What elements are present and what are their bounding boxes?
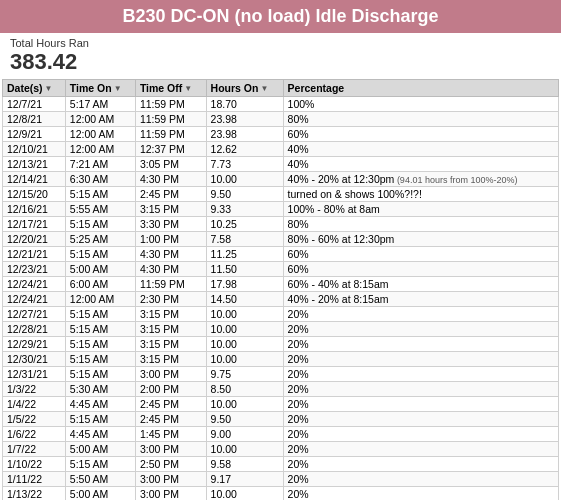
cell-time-off: 3:05 PM xyxy=(135,157,206,172)
hours-on-dropdown-icon[interactable]: ▼ xyxy=(260,84,268,93)
time-on-dropdown-icon[interactable]: ▼ xyxy=(114,84,122,93)
table-row: 12/14/216:30 AM4:30 PM10.0040% - 20% at … xyxy=(3,172,559,187)
cell-time-on: 7:21 AM xyxy=(65,157,135,172)
header-title: B230 DC-ON (no load) Idle Discharge xyxy=(122,6,438,26)
cell-time-off: 2:30 PM xyxy=(135,292,206,307)
cell-date: 12/20/21 xyxy=(3,232,66,247)
table-row: 12/13/217:21 AM3:05 PM7.7340% xyxy=(3,157,559,172)
table-row: 1/13/225:00 AM3:00 PM10.0020% xyxy=(3,487,559,501)
cell-hours-on: 10.00 xyxy=(206,487,283,501)
cell-time-off: 3:00 PM xyxy=(135,442,206,457)
cell-time-on: 5:15 AM xyxy=(65,217,135,232)
cell-hours-on: 10.00 xyxy=(206,397,283,412)
cell-percentage: 40% xyxy=(283,142,558,157)
date-dropdown-icon[interactable]: ▼ xyxy=(45,84,53,93)
cell-hours-on: 10.00 xyxy=(206,337,283,352)
cell-date: 1/4/22 xyxy=(3,397,66,412)
cell-date: 12/24/21 xyxy=(3,292,66,307)
cell-date: 1/11/22 xyxy=(3,472,66,487)
col-time-on[interactable]: Time On ▼ xyxy=(65,80,135,97)
cell-date: 1/7/22 xyxy=(3,442,66,457)
cell-hours-on: 12.62 xyxy=(206,142,283,157)
cell-percentage: 60% - 40% at 8:15am xyxy=(283,277,558,292)
cell-percentage: 100% xyxy=(283,97,558,112)
cell-percentage: 20% xyxy=(283,397,558,412)
cell-time-on: 4:45 AM xyxy=(65,397,135,412)
cell-hours-on: 10.25 xyxy=(206,217,283,232)
cell-percentage: 100% - 80% at 8am xyxy=(283,202,558,217)
cell-percentage: 40% - 20% at 8:15am xyxy=(283,292,558,307)
table-row: 1/10/225:15 AM2:50 PM9.5820% xyxy=(3,457,559,472)
cell-time-on: 6:00 AM xyxy=(65,277,135,292)
table-row: 1/3/225:30 AM2:00 PM8.5020% xyxy=(3,382,559,397)
cell-percentage: 40% - 20% at 12:30pm (94.01 hours from 1… xyxy=(283,172,558,187)
cell-date: 1/13/22 xyxy=(3,487,66,501)
cell-date: 12/17/21 xyxy=(3,217,66,232)
cell-time-off: 3:30 PM xyxy=(135,217,206,232)
cell-hours-on: 9.58 xyxy=(206,457,283,472)
cell-hours-on: 18.70 xyxy=(206,97,283,112)
table-row: 12/7/215:17 AM11:59 PM18.70100% xyxy=(3,97,559,112)
cell-date: 12/24/21 xyxy=(3,277,66,292)
table-row: 1/4/224:45 AM2:45 PM10.0020% xyxy=(3,397,559,412)
table-row: 12/30/215:15 AM3:15 PM10.0020% xyxy=(3,352,559,367)
col-hours-on[interactable]: Hours On ▼ xyxy=(206,80,283,97)
cell-time-off: 11:59 PM xyxy=(135,112,206,127)
cell-hours-on: 9.50 xyxy=(206,187,283,202)
cell-percentage: turned on & shows 100%?!?! xyxy=(283,187,558,202)
cell-date: 12/23/21 xyxy=(3,262,66,277)
total-section: Total Hours Ran 383.42 xyxy=(0,33,561,79)
cell-percentage: 20% xyxy=(283,337,558,352)
cell-time-on: 5:00 AM xyxy=(65,442,135,457)
cell-date: 12/30/21 xyxy=(3,352,66,367)
table-container: Date(s) ▼ Time On ▼ Time Off ▼ xyxy=(0,79,561,500)
cell-hours-on: 23.98 xyxy=(206,112,283,127)
cell-time-off: 11:59 PM xyxy=(135,97,206,112)
cell-time-on: 6:30 AM xyxy=(65,172,135,187)
cell-time-off: 11:59 PM xyxy=(135,127,206,142)
cell-time-off: 3:15 PM xyxy=(135,307,206,322)
time-off-dropdown-icon[interactable]: ▼ xyxy=(184,84,192,93)
cell-time-off: 3:15 PM xyxy=(135,322,206,337)
cell-percentage: 80% xyxy=(283,112,558,127)
cell-date: 12/13/21 xyxy=(3,157,66,172)
cell-date: 1/5/22 xyxy=(3,412,66,427)
total-value: 383.42 xyxy=(10,49,551,75)
cell-percentage: 60% xyxy=(283,262,558,277)
cell-time-off: 3:00 PM xyxy=(135,367,206,382)
cell-date: 1/3/22 xyxy=(3,382,66,397)
col-date[interactable]: Date(s) ▼ xyxy=(3,80,66,97)
table-row: 1/6/224:45 AM1:45 PM9.0020% xyxy=(3,427,559,442)
cell-time-off: 3:15 PM xyxy=(135,352,206,367)
cell-time-on: 5:00 AM xyxy=(65,487,135,501)
cell-time-off: 12:37 PM xyxy=(135,142,206,157)
table-row: 12/24/216:00 AM11:59 PM17.9860% - 40% at… xyxy=(3,277,559,292)
cell-time-on: 12:00 AM xyxy=(65,112,135,127)
cell-percentage: 20% xyxy=(283,367,558,382)
cell-time-off: 3:00 PM xyxy=(135,472,206,487)
cell-time-on: 5:17 AM xyxy=(65,97,135,112)
cell-time-off: 4:30 PM xyxy=(135,247,206,262)
cell-hours-on: 7.73 xyxy=(206,157,283,172)
cell-time-off: 3:15 PM xyxy=(135,337,206,352)
cell-percentage: 80% - 60% at 12:30pm xyxy=(283,232,558,247)
col-percentage[interactable]: Percentage xyxy=(283,80,558,97)
cell-time-off: 11:59 PM xyxy=(135,277,206,292)
cell-time-on: 5:15 AM xyxy=(65,412,135,427)
table-row: 12/17/215:15 AM3:30 PM10.2580% xyxy=(3,217,559,232)
cell-time-on: 5:15 AM xyxy=(65,457,135,472)
table-row: 12/27/215:15 AM3:15 PM10.0020% xyxy=(3,307,559,322)
cell-time-on: 5:15 AM xyxy=(65,322,135,337)
cell-percentage: 80% xyxy=(283,217,558,232)
cell-time-off: 2:00 PM xyxy=(135,382,206,397)
cell-hours-on: 11.25 xyxy=(206,247,283,262)
cell-date: 12/9/21 xyxy=(3,127,66,142)
cell-time-on: 5:15 AM xyxy=(65,337,135,352)
cell-hours-on: 10.00 xyxy=(206,307,283,322)
col-time-off[interactable]: Time Off ▼ xyxy=(135,80,206,97)
cell-time-off: 2:45 PM xyxy=(135,187,206,202)
cell-date: 12/10/21 xyxy=(3,142,66,157)
table-header-row: Date(s) ▼ Time On ▼ Time Off ▼ xyxy=(3,80,559,97)
cell-date: 1/6/22 xyxy=(3,427,66,442)
table-row: 12/24/2112:00 AM2:30 PM14.5040% - 20% at… xyxy=(3,292,559,307)
